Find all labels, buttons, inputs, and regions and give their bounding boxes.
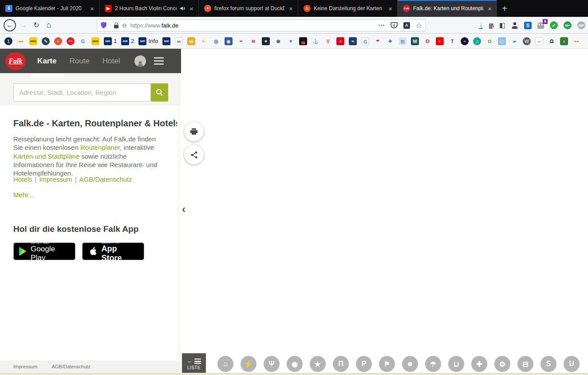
bookmark-map-tile[interactable]: ▦ [399, 37, 406, 45]
poi-ubahn-button[interactable]: U [564, 356, 580, 372]
footer-link-impressum[interactable]: Impressum [13, 364, 37, 369]
inline-link[interactable]: Routenplaner [80, 144, 120, 151]
bookmark-bayern-raute[interactable]: ◇ [498, 37, 506, 45]
bookmark-vivaldi[interactable]: V [324, 37, 332, 45]
sidebar-collapse-chevron[interactable]: ‹ [182, 203, 185, 215]
bookmark-ard[interactable]: 1 [4, 37, 12, 45]
bookmark-adac[interactable]: ADAC [29, 37, 37, 45]
link-impressum[interactable]: Impressum [39, 176, 72, 183]
bookmark-opera[interactable]: O [423, 37, 431, 45]
pocket-icon[interactable]: ∨ [391, 22, 398, 28]
poi-leisure-button[interactable]: ☂ [425, 356, 441, 372]
bookmark-adac-2[interactable]: ADAC [91, 37, 99, 45]
map-area[interactable]: ‹ ⌂⚡Ψ◉★ΠP⚑☻☂⊔✚⚙⊟SU ← LISTE Steganos Pa R… [181, 49, 588, 375]
bookmark-google[interactable]: G [79, 37, 87, 45]
search-button[interactable] [151, 83, 168, 102]
profile-icon[interactable] [134, 55, 146, 67]
browser-tab-google-calendar[interactable]: 6Google Kalender - Juli 2020× [0, 0, 99, 17]
bookmark-energie-atlas[interactable]: ✿ [485, 37, 493, 45]
bookmark-star-icon[interactable]: ☆ [416, 21, 422, 30]
browser-tab-youtube[interactable]: ▶2 Hours Bach Violin Concert× [99, 0, 199, 17]
google-play-badge[interactable]: JETZT BEIGoogle Play [13, 242, 75, 260]
ghostery-extension-icon[interactable]: 6 [537, 22, 544, 29]
link-agb-datenschutz[interactable]: AGB/Datenschutz [79, 176, 132, 183]
liste-button[interactable]: ← LISTE [182, 353, 206, 375]
tab-close-button[interactable]: × [387, 5, 394, 12]
poi-theater-button[interactable]: ☻ [402, 356, 418, 372]
browser-tab-duckduckgo[interactable]: •firefox forum support at DuckD× [199, 0, 298, 17]
bookmark-telekom[interactable]: T [448, 37, 456, 45]
bookmark-m-flag[interactable]: ▼ [287, 37, 295, 45]
bookmark-wetter-w[interactable]: w [187, 37, 195, 45]
bookmark-xplorer[interactable]: Xx [535, 37, 543, 45]
poi-shopping-button[interactable]: ⊔ [448, 356, 464, 372]
home-button[interactable]: ⌂ [43, 19, 55, 31]
bookmark-umbrella[interactable]: ☂ [374, 37, 382, 45]
bookmark-globe[interactable]: ⊕ [274, 37, 282, 45]
bookmark-falk[interactable]: Falk [67, 37, 75, 45]
poi-restaurants-button[interactable]: Ψ [264, 356, 280, 372]
bookmark-ship[interactable]: ⚓ [312, 37, 320, 45]
bookmark-duckduckgo[interactable]: • [54, 37, 62, 45]
bookmark-oz[interactable]: OZ| [175, 37, 183, 45]
share-button[interactable] [184, 145, 204, 164]
tab-close-button[interactable]: × [288, 5, 294, 12]
reload-button[interactable]: ↻ [30, 19, 43, 31]
poi-sights-button[interactable]: ◉ [287, 356, 303, 372]
bookmark-red-card[interactable]: ▤ [336, 37, 344, 45]
poi-parking-button[interactable]: P [356, 356, 372, 372]
app-store-badge[interactable]: Laden imApp Store [82, 242, 144, 260]
page-actions-icon[interactable]: ⋯ [378, 21, 385, 29]
falk-nav-karte[interactable]: Karte [37, 57, 56, 66]
print-button[interactable] [184, 122, 204, 141]
s-extension-icon[interactable]: S [524, 22, 532, 29]
bookmark-auto-dark[interactable]: ▄ [299, 37, 307, 45]
bookmark-g-translate[interactable]: G [361, 37, 369, 45]
poi-car-services-button[interactable]: ⚙ [494, 356, 510, 372]
bookmark-tools-dark[interactable]: ✎ [42, 37, 50, 45]
bookmark-mask-eyes[interactable]: oo [461, 37, 469, 45]
new-tab-button[interactable]: + [497, 0, 512, 17]
bookmark-wordpress[interactable]: W [523, 37, 531, 45]
bookmark-spiral[interactable]: ◉ [225, 37, 233, 45]
poi-train-stations-button[interactable]: ⊟ [517, 356, 533, 372]
bookmark-av[interactable]: AV [237, 37, 245, 45]
tracking-protection-shield-icon[interactable] [101, 22, 107, 29]
sidebar-scrollbar[interactable] [177, 105, 181, 360]
link-hotels[interactable]: Hotels [13, 176, 32, 183]
footer-link-agb-datenschutz[interactable]: AGB/Datenschutz [51, 364, 90, 369]
forward-button[interactable]: → [18, 19, 30, 31]
bookmark-walker-dark[interactable]: ✦ [262, 37, 270, 45]
poi-sbahn-button[interactable]: S [541, 356, 556, 372]
poi-charging-stations-button[interactable]: ⚑ [379, 356, 395, 372]
bookmark-jobs-green[interactable]: ▤ [560, 37, 568, 45]
poi-hospitals-button[interactable]: ✚ [471, 356, 487, 372]
downloads-icon[interactable]: ↓ [479, 22, 483, 29]
browser-tab-camp-firefox[interactable]: ♨Keine Darstellung der Karten vo× [298, 0, 398, 17]
browser-tab-falk[interactable]: FalkFalk.de: Karten und Routenplan× [398, 0, 497, 17]
bookmark-compass[interactable]: ◎ [212, 37, 220, 45]
bookmark-key-orange-2[interactable]: ⊶ [572, 37, 580, 45]
falk-nav-hotel[interactable]: Hotel [103, 57, 120, 66]
bookmark-omega-person[interactable]: Ω [548, 37, 556, 45]
inline-link[interactable]: Karten und Stadtpläne [13, 152, 79, 160]
falk-nav-route[interactable]: Route [69, 57, 89, 66]
check-extension-icon[interactable]: ✓ [550, 21, 558, 29]
menu-icon[interactable] [154, 60, 164, 62]
bookmark-ndr-info[interactable]: NDRInfo [138, 37, 158, 45]
bookmark-youtube[interactable]: ▶ [436, 37, 444, 45]
url-bar[interactable]: ⊖ https://www.falk.de ⋯ ∨ A ☆ [97, 19, 426, 31]
https-lock-icon[interactable] [114, 25, 118, 28]
poi-museums-button[interactable]: Π [333, 356, 349, 372]
b-plus-extension-icon[interactable]: B+ [564, 21, 572, 29]
bookmark-hex-building[interactable]: ⌂ [473, 37, 481, 45]
sidebar-toggle-icon[interactable]: ◧ [499, 21, 505, 29]
poi-hotels-button[interactable]: ⌂ [217, 356, 233, 372]
bookmark-key-orange[interactable]: ⊶ [17, 37, 25, 45]
bookmark-arcs-red[interactable]: ≋ [249, 37, 257, 45]
library-icon[interactable]: |||\ [489, 22, 493, 29]
permissions-icon[interactable]: ⊖ [122, 22, 127, 29]
search-input[interactable] [13, 83, 151, 102]
tab-audio-icon[interactable] [180, 6, 185, 11]
bookmark-blue-flag[interactable]: ▰ [510, 37, 518, 45]
